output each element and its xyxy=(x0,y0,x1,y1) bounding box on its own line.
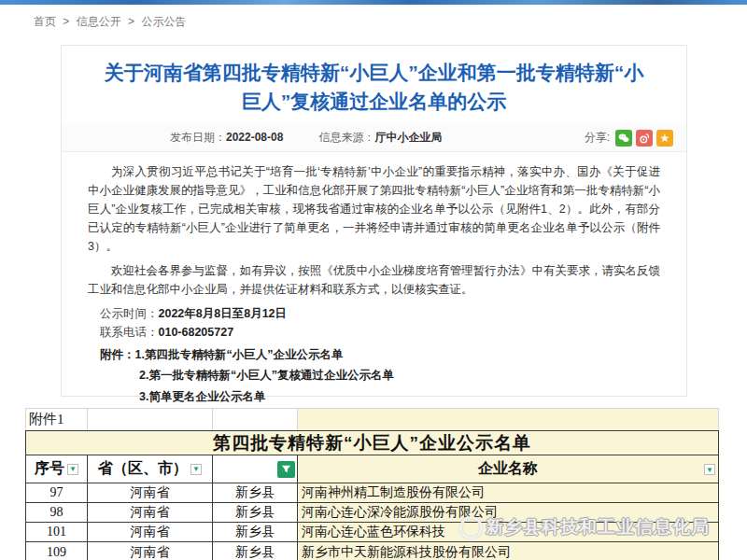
attachments-label: 附件： xyxy=(100,348,135,361)
cell-index: 98 xyxy=(26,503,88,522)
share-bar: 分享: ★ xyxy=(585,130,673,147)
header-label: 企业名称 xyxy=(478,459,538,479)
cell-company: 新乡市中天新能源科技股份有限公司 xyxy=(298,542,718,560)
article-title: 关于河南省第四批专精特新“小巨人”企业和第一批专精特新“小巨人”复核通过企业名单… xyxy=(97,58,651,116)
sheet-empty-cell xyxy=(88,409,213,430)
breadcrumb-info-disclosure[interactable]: 信息公开 xyxy=(77,15,121,28)
attachment-1-link[interactable]: 附件：1.第四批专精特新“小巨人”企业公示名单 xyxy=(88,344,660,365)
header-cell-index: 序号▼ xyxy=(26,455,88,483)
cell-company: 河南神州精工制造股份有限公司 xyxy=(298,483,718,502)
wechat-share-icon[interactable] xyxy=(615,130,632,147)
cell-index: 109 xyxy=(26,542,88,560)
cell-index: 101 xyxy=(26,523,88,541)
table-row: 109 河南省 新乡县 新乡市中天新能源科技股份有限公司 xyxy=(26,542,718,560)
top-banner-bar xyxy=(0,0,747,5)
cell-county: 新乡县 xyxy=(213,483,298,502)
notice-time-value: 2022年8月8日至8月12日 xyxy=(159,307,288,320)
sheet-corner-row: 附件1 xyxy=(25,408,719,430)
page: 首页 > 信息公开 > 公示公告 关于河南省第四批专精特新“小巨人”企业和第一批… xyxy=(0,0,747,560)
enterprise-table: 第四批专精特新“小巨人”企业公示名单 序号▼ 省（区、市）▼ 企业名称▼ 97 … xyxy=(25,430,719,560)
attachment-3-link[interactable]: 3.简单更名企业公示名单 xyxy=(88,386,660,408)
article-body: 为深入贯彻习近平总书记关于“培育一批‘专精特新’中小企业”的重要指示精神，落实中… xyxy=(62,152,686,427)
publish-date-label: 发布日期： xyxy=(170,131,226,144)
sheet-corner-label: 附件1 xyxy=(26,409,88,430)
contact-phone-label: 联系电话： xyxy=(100,326,159,339)
breadcrumb-separator: > xyxy=(63,15,69,28)
article-meta-row: 发布日期：2022-08-08 信息来源：厅中小企业局 分享: ★ xyxy=(62,124,686,152)
header-label: 序号 xyxy=(35,459,64,479)
attachment-1-label: 1.第四批专精特新“小巨人”企业公示名单 xyxy=(135,348,344,361)
table-row: 98 河南省 新乡县 河南心连心深冷能源股份有限公司 xyxy=(26,503,718,523)
cell-county: 新乡县 xyxy=(213,542,298,560)
table-title: 第四批专精特新“小巨人”企业公示名单 xyxy=(26,431,718,455)
article-panel: 关于河南省第四批专精特新“小巨人”企业和第一批专精特新“小巨人”复核通过企业名单… xyxy=(61,45,687,397)
table-header-row: 序号▼ 省（区、市）▼ 企业名称▼ xyxy=(26,455,718,483)
favorite-star-icon[interactable]: ★ xyxy=(656,130,673,147)
info-source-label: 信息来源： xyxy=(318,131,374,144)
attachment-2-link[interactable]: 2.第一批专精特新“小巨人”复核通过企业公示名单 xyxy=(88,365,660,386)
sheet-empty-cell xyxy=(213,409,298,430)
contact-phone-line: 联系电话：010-68205727 xyxy=(88,323,660,342)
paragraph: 欢迎社会各界参与监督，如有异议，按照《优质中小企业梯度培育管理暂行办法》中有关要… xyxy=(88,261,660,299)
filter-dropdown-icon[interactable]: ▼ xyxy=(67,464,78,475)
header-label: 省（区、市） xyxy=(98,459,188,479)
breadcrumb-home[interactable]: 首页 xyxy=(34,15,56,28)
header-cell-province: 省（区、市）▼ xyxy=(88,455,213,483)
cell-county: 新乡县 xyxy=(213,503,298,522)
header-cell-company: 企业名称▼ xyxy=(298,455,718,483)
notice-time-label: 公示时间： xyxy=(100,307,159,320)
cell-index: 97 xyxy=(26,483,88,502)
filter-dropdown-icon[interactable]: ▼ xyxy=(190,464,202,475)
paragraph: 为深入贯彻习近平总书记关于“培育一批‘专精特新’中小企业”的重要指示精神，落实中… xyxy=(88,162,660,256)
weibo-share-icon[interactable] xyxy=(636,130,653,147)
info-source-value: 厅中小企业局 xyxy=(374,131,442,144)
cell-province: 河南省 xyxy=(88,542,213,560)
notice-time-line: 公示时间：2022年8月8日至8月12日 xyxy=(88,304,660,323)
info-source: 信息来源：厅中小企业局 xyxy=(318,130,442,146)
sheet-empty-cell xyxy=(298,409,718,430)
cell-company: 河南心连心蓝色环保科技 xyxy=(298,523,718,541)
contact-phone-value: 010-68205727 xyxy=(159,326,234,339)
header-cell-county xyxy=(213,455,298,483)
cell-province: 河南省 xyxy=(88,523,213,541)
publish-date: 发布日期：2022-08-08 xyxy=(170,130,283,146)
active-filter-icon[interactable] xyxy=(277,461,295,478)
attachment-spreadsheet: 附件1 第四批专精特新“小巨人”企业公示名单 序号▼ 省（区、市）▼ 企业名称▼… xyxy=(25,408,719,560)
breadcrumb-current: 公示公告 xyxy=(141,15,186,28)
share-label: 分享: xyxy=(585,130,610,146)
cell-company: 河南心连心深冷能源股份有限公司 xyxy=(298,503,718,522)
table-row: 101 河南省 新乡县 河南心连心蓝色环保科技 xyxy=(26,523,718,542)
cell-province: 河南省 xyxy=(88,483,213,502)
filter-dropdown-icon[interactable]: ▼ xyxy=(704,464,715,475)
breadcrumb-separator: > xyxy=(128,15,134,28)
breadcrumb: 首页 > 信息公开 > 公示公告 xyxy=(34,14,190,30)
table-row: 97 河南省 新乡县 河南神州精工制造股份有限公司 xyxy=(26,483,718,503)
cell-county: 新乡县 xyxy=(213,523,298,541)
publish-date-value: 2022-08-08 xyxy=(226,131,283,144)
cell-province: 河南省 xyxy=(88,503,213,522)
